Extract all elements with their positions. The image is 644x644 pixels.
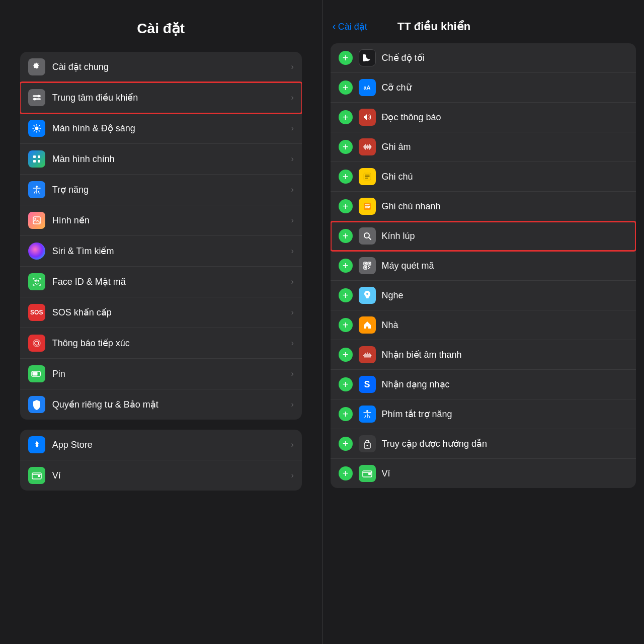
- right-item-label: Nhà: [382, 320, 628, 331]
- sidebar-item-man-hinh-do-sang[interactable]: Màn hình & Độ sáng ›: [20, 113, 302, 144]
- sidebar-item-label: Ví: [52, 470, 287, 481]
- sidebar-item-label: App Store: [52, 440, 287, 450]
- sidebar-item-label: Trợ năng: [52, 184, 287, 195]
- add-icon[interactable]: +: [339, 407, 353, 421]
- sidebar-item-trung-tam-dieu-khien[interactable]: Trung tâm điều khiển ›: [20, 83, 302, 113]
- moon-icon: [359, 49, 376, 66]
- right-title: TT điều khiển: [397, 20, 470, 33]
- right-item-ghi-chu-nhanh[interactable]: + Ghi chú nhanh: [331, 192, 636, 221]
- sidebar-item-label: Trung tâm điều khiển: [52, 92, 287, 103]
- right-item-phim-tat-tro-nang[interactable]: + Phím tắt trợ năng: [331, 399, 636, 429]
- chevron-right-icon: ›: [291, 62, 293, 71]
- qrcode-icon: [359, 257, 376, 274]
- svg-rect-34: [368, 473, 371, 475]
- svg-point-3: [33, 98, 36, 101]
- right-item-may-quet-ma[interactable]: + Máy quét mã: [331, 251, 636, 281]
- right-header: ‹ Cài đặt TT điều khiển: [323, 20, 645, 33]
- add-icon[interactable]: +: [339, 140, 353, 154]
- chevron-right-icon: ›: [291, 93, 293, 102]
- accessibility-icon: [28, 181, 45, 198]
- sidebar-item-label: Hình nền: [52, 215, 287, 226]
- back-chevron-icon: ‹: [333, 20, 336, 33]
- battery-icon: [28, 365, 45, 382]
- add-icon[interactable]: +: [339, 318, 353, 332]
- right-item-ghi-chu[interactable]: + Ghi chú: [331, 162, 636, 192]
- sidebar-item-label: Siri & Tìm kiếm: [52, 246, 287, 257]
- right-item-truy-cap-duoc-huong-dan[interactable]: + Truy cập được hướng dẫn: [331, 429, 636, 459]
- chevron-right-icon: ›: [291, 440, 293, 449]
- sidebar-item-hinh-nen[interactable]: Hình nền ›: [20, 205, 302, 236]
- chevron-right-icon: ›: [291, 247, 293, 256]
- chevron-right-icon: ›: [291, 216, 293, 225]
- shazam-icon: S: [359, 376, 376, 393]
- right-item-nha[interactable]: + Nhà: [331, 310, 636, 340]
- right-item-nhan-dang-nhac[interactable]: + S Nhận dạng nhạc: [331, 370, 636, 399]
- sos-icon: SOS: [28, 304, 45, 321]
- sidebar-item-label: Cài đặt chung: [52, 61, 287, 72]
- svg-rect-17: [32, 372, 37, 376]
- chevron-right-icon: ›: [291, 369, 293, 378]
- right-item-label: Kính lúp: [382, 231, 628, 242]
- add-icon[interactable]: +: [339, 437, 353, 451]
- sidebar-item-quyen-rieng-tu[interactable]: Quyền riêng tư & Bảo mật ›: [20, 389, 302, 420]
- add-icon[interactable]: +: [339, 170, 353, 184]
- sidebar-item-pin[interactable]: Pin ›: [20, 359, 302, 389]
- sidebar-item-thong-bao-tiep-xuc[interactable]: Thông báo tiếp xúc ›: [20, 328, 302, 359]
- right-panel: ‹ Cài đặt TT điều khiển + Chế độ tối + a…: [323, 0, 645, 644]
- sidebar-item-vi[interactable]: Ví ›: [20, 460, 302, 491]
- add-icon[interactable]: +: [339, 80, 353, 95]
- svg-rect-28: [368, 263, 370, 265]
- right-item-che-do-toi[interactable]: + Chế độ tối: [331, 43, 636, 73]
- add-icon[interactable]: +: [339, 377, 353, 391]
- sidebar-item-man-hinh-chinh[interactable]: Màn hình chính ›: [20, 144, 302, 175]
- add-icon[interactable]: +: [339, 110, 353, 124]
- right-item-label: Ghi âm: [382, 142, 628, 152]
- faceid-icon: [28, 273, 45, 290]
- svg-rect-10: [33, 217, 40, 224]
- sidebar-item-sos[interactable]: SOS SOS khẩn cấp ›: [20, 297, 302, 328]
- right-item-nhan-biet-am-thanh[interactable]: + Nhận biết âm thanh: [331, 340, 636, 370]
- contact-icon: [28, 335, 45, 352]
- svg-point-15: [33, 340, 40, 347]
- right-item-label: Máy quét mã: [382, 261, 628, 271]
- add-icon[interactable]: +: [339, 348, 353, 362]
- sidebar-item-siri[interactable]: Siri & Tìm kiếm ›: [20, 236, 302, 267]
- speaker-icon: [359, 109, 376, 126]
- chevron-right-icon: ›: [291, 124, 293, 133]
- sidebar-item-tro-nang[interactable]: Trợ năng ›: [20, 175, 302, 205]
- sidebar-item-label: Pin: [52, 369, 287, 379]
- add-icon[interactable]: +: [339, 199, 353, 213]
- accessibility-shortcut-icon: [359, 406, 376, 423]
- sidebar-item-label: Màn hình & Độ sáng: [52, 123, 287, 134]
- right-item-label: Nghe: [382, 290, 628, 301]
- right-item-label: Nhận dạng nhạc: [382, 379, 628, 390]
- sidebar-item-label: SOS khẩn cấp: [52, 307, 287, 318]
- chevron-right-icon: ›: [291, 308, 293, 317]
- right-item-co-chu[interactable]: + aA Cỡ chữ: [331, 73, 636, 103]
- add-icon[interactable]: +: [339, 51, 353, 65]
- sidebar-item-app-store[interactable]: App Store ›: [20, 430, 302, 460]
- waveform-icon: [359, 138, 376, 155]
- right-item-vi[interactable]: + Ví: [331, 459, 636, 488]
- sidebar-item-face-id[interactable]: Face ID & Mật mã ›: [20, 267, 302, 297]
- chevron-right-icon: ›: [291, 154, 293, 164]
- right-item-ghi-am[interactable]: + Ghi âm: [331, 132, 636, 162]
- svg-point-9: [36, 186, 38, 188]
- add-icon[interactable]: +: [339, 229, 353, 243]
- settings-group-1: Cài đặt chung › Trung tâm điều khiển ›: [20, 52, 302, 420]
- right-item-label: Cỡ chữ: [382, 82, 628, 93]
- right-item-kinh-lup[interactable]: + Kính lúp: [331, 221, 636, 251]
- sidebar-item-cai-dat-chung[interactable]: Cài đặt chung ›: [20, 52, 302, 83]
- right-item-doc-thong-bao[interactable]: + Đọc thông báo: [331, 103, 636, 132]
- add-icon[interactable]: +: [339, 466, 353, 480]
- chevron-right-icon: ›: [291, 185, 293, 194]
- svg-point-32: [366, 445, 368, 446]
- sidebar-item-label: Quyền riêng tư & Bảo mật: [52, 399, 287, 410]
- siri-icon: [28, 243, 45, 260]
- right-item-nghe[interactable]: + Nghe: [331, 281, 636, 310]
- add-icon[interactable]: +: [339, 288, 353, 302]
- toggle-icon: [28, 89, 45, 106]
- back-button[interactable]: ‹ Cài đặt: [333, 20, 367, 33]
- wallet-icon: [28, 467, 45, 484]
- add-icon[interactable]: +: [339, 259, 353, 273]
